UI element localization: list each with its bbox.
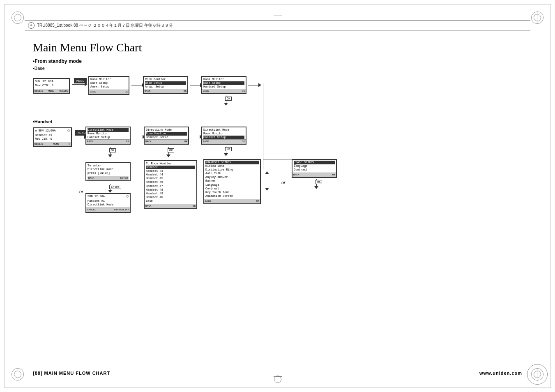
handset-menu2-buttons: BACKOK (145, 139, 188, 144)
hline-to-base-setup (263, 159, 294, 159)
base-menu1-text: Room MonitorBase SetupAnsw. Setup (89, 77, 129, 90)
scroll-up-indicator (265, 168, 269, 176)
arrow-base-top-right (248, 83, 261, 87)
deco-circle-tr2 (534, 14, 541, 21)
subtitle-handset: •Handset (33, 119, 52, 124)
room-monitor-box: To Room Monitor Handset Handset #3 Hands… (144, 160, 197, 209)
enter-directlink-buttons: BACKENTER (88, 176, 129, 180)
hs-distinctive: Distinctive Ring (205, 168, 233, 171)
vline-base-connect (263, 83, 263, 169)
base-menu2-text: Room MonitorBase SetupAnsw. Setup (144, 77, 187, 89)
handset-menu3-buttons: BACKOK (202, 139, 246, 144)
crosshair-h-bl (12, 375, 24, 375)
main-content: Main Menu Flow Chart •From standby mode … (33, 41, 530, 247)
hs-contrast: Contrast (205, 187, 219, 190)
crosshair-v-br (537, 368, 537, 380)
deco-circle-bottom (274, 376, 281, 383)
ok-label-4: OK (225, 147, 232, 151)
handset-standby-top: ⊞ SUN 12:00A⬡ (34, 128, 71, 134)
ok-label-3: OK (225, 97, 232, 101)
hs-animation: Animation Screen (205, 194, 233, 198)
hs-banner: Banner (205, 179, 216, 182)
handset-setup-buttons: BACKOK (204, 199, 260, 203)
base-menu2-screen: Room MonitorBase SetupAnsw. Setup BACKOK (143, 76, 188, 94)
header-strip: ⊕ TRU8885_1st.book 88 ページ ２００４年１月７日 水曜日 … (25, 21, 530, 30)
ok-label-1: OK (109, 148, 116, 152)
room-monitor-buttons: BACKOK (145, 204, 196, 208)
flowchart: SUN 12:00ANew CID: 5 REDIAL MENU RECORD … (33, 74, 505, 247)
handset-standby-buttons: REDIALMENU✉ (34, 142, 71, 146)
subtitle-base: •Base (33, 66, 530, 71)
footer-right: www.uniden.com (479, 371, 522, 376)
base-menu2-buttons: BACKOK (144, 89, 187, 93)
subtitle-from: •From standby mode (33, 58, 530, 64)
enter-label: Enter (109, 185, 121, 189)
crosshair-top-center (274, 12, 282, 20)
enter-directlink-box: To enterDirectLink modepress [ENTER] BAC… (85, 162, 131, 181)
compass-icon: ⊕ (28, 22, 35, 29)
or-label-2: or (281, 180, 286, 185)
crosshair-h-tl (12, 17, 24, 17)
deco-circle-bl2 (14, 371, 21, 378)
crosshair-v-tl (17, 12, 17, 24)
bs-contrast: Contrast (294, 168, 308, 171)
hs-anykey: Anykey Answer (205, 175, 228, 179)
base-menu3-screen: Room MonitorBase SetupHandset Setup BACK… (201, 76, 246, 94)
page-title: Main Menu Flow Chart (33, 41, 530, 54)
handset-standby-line2: Handset #1 (34, 134, 71, 137)
handset-menu3-screen: DirectLink ModeRoom MonitorHandset Setup… (201, 127, 246, 145)
or-label-1: or (79, 189, 83, 194)
base-standby-screen: SUN 12:00ANew CID: 5 REDIAL MENU RECORD (33, 78, 70, 94)
base-standby-buttons: REDIAL MENU RECORD (34, 89, 69, 93)
enter-directlink-text: To enterDirectLink modepress [ENTER] (88, 164, 129, 175)
crosshair-h-br (531, 375, 543, 375)
hs-language: Language (205, 183, 219, 187)
ok-label-5: OK (315, 180, 322, 184)
hs-keytouch: Key Touch Tone (205, 191, 230, 194)
handset-setup-box: <HANDSET SETUP> Window Zone Distinctive … (203, 159, 261, 204)
handset-menu1-buttons: BACKOK (86, 139, 130, 144)
base-menu3-buttons: BACKOK (202, 89, 246, 93)
arrow-handset-3 (191, 135, 203, 139)
handset-directlink-buttons: CANCELDirectLink (86, 208, 130, 212)
crosshair-v-tr (537, 12, 537, 24)
base-setup-buttons: BACKOK (292, 173, 336, 177)
handset-menu1-text: DirectLink ModeRoom MonitorHandset Setup (86, 127, 130, 139)
handset-standby-screen: ⊞ SUN 12:00A⬡ Handset #1 New CID: 5 REDI… (33, 127, 72, 147)
crosshair-h-tr (531, 17, 543, 17)
redial-btn: REDIAL (35, 90, 44, 93)
handset-menu1-screen: DirectLink ModeRoom MonitorHandset Setup… (85, 127, 131, 145)
base-standby-text: SUN 12:00ANew CID: 5 (34, 79, 69, 89)
base-menu1-screen: Room MonitorBase SetupAnsw. Setup BACKOK (88, 76, 129, 95)
handset-menu2-screen: DirectLink ModeRoom MonitorHandset Setup… (144, 127, 189, 145)
ok-label-2: OK (168, 148, 174, 152)
base-menu1-buttons: BACKOK (89, 90, 129, 94)
scroll-down-indicator (265, 185, 269, 192)
hs-autotalk: Auto Talk (205, 172, 221, 175)
header-text: TRU8885_1st.book 88 ページ ２００４年１月７日 水曜日 午後… (37, 23, 173, 28)
handset-directlink-active: SUN 12:00A⬡ Handset #1 DirectLink Mode C… (85, 193, 131, 213)
deco-circle-tl2 (14, 14, 21, 21)
menu-button-label: MENU (74, 78, 87, 83)
base-setup-box: <BASE SETUP> Language Contrast BACKOK (292, 159, 337, 178)
handset-standby-line3: New CID: 5 (34, 137, 71, 142)
crosshair-v-bl (17, 368, 17, 380)
menu-btn: MENU (48, 90, 54, 93)
footer-left: [88] MAIN MENU FLOW CHART (33, 371, 110, 376)
record-btn: RECORD (59, 90, 68, 93)
deco-circle-br2 (534, 371, 541, 378)
hs-window: Window Zone (205, 164, 224, 168)
